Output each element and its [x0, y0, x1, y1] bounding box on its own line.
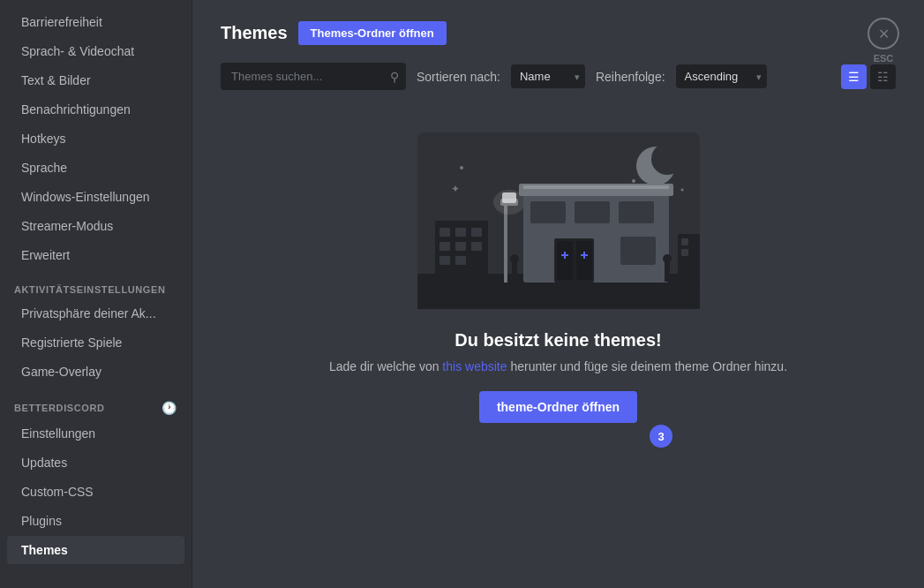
esc-button[interactable]: ✕ ESC — [868, 18, 899, 64]
svg-rect-33 — [583, 252, 585, 259]
svg-rect-31 — [564, 252, 566, 259]
sidebar-item-privatsphare[interactable]: Privatsphäre deiner Ak... — [7, 299, 184, 328]
sidebar-item-themes[interactable]: Themes — [7, 536, 184, 564]
sidebar-item-windows-einstellungen[interactable]: Windows-Einstellungen — [7, 183, 184, 211]
esc-circle: ✕ — [868, 18, 899, 49]
svg-rect-13 — [455, 242, 466, 251]
history-icon[interactable]: 🕐 — [162, 401, 177, 415]
grid-view-button[interactable]: ☷ — [870, 64, 896, 89]
sidebar-item-text-bilder[interactable]: Text & Bilder — [7, 66, 184, 94]
sort-select[interactable]: Name Modified Created — [511, 64, 585, 88]
svg-rect-26 — [619, 201, 654, 223]
order-label: Reihenfolge: — [596, 70, 665, 84]
order-select[interactable]: Ascending Descending — [676, 64, 767, 88]
sidebar-item-sprache[interactable]: Sprache — [7, 154, 184, 182]
empty-illustration: ✦ — [417, 132, 700, 309]
sidebar-item-game-overlay[interactable]: Game-Overlay — [7, 358, 184, 386]
sidebar-item-hotkeys[interactable]: Hotkeys — [7, 124, 184, 153]
main-content: ✕ ESC Themes Themes-Ordner öffnen ⚲ Sort… — [192, 0, 924, 588]
esc-label: ESC — [874, 53, 894, 64]
sidebar-item-updates[interactable]: Updates — [7, 449, 184, 477]
svg-rect-16 — [455, 256, 466, 265]
sidebar-item-einstellungen[interactable]: Einstellungen — [7, 419, 184, 448]
open-theme-folder-wrapper: theme-Ordner öffnen 3 — [479, 391, 637, 423]
order-select-wrapper: Ascending Descending — [676, 64, 767, 88]
sidebar-item-custom-css[interactable]: Custom-CSS — [7, 478, 184, 506]
svg-rect-14 — [471, 242, 482, 251]
svg-rect-34 — [620, 237, 656, 265]
sidebar-item-sprach-videochat[interactable]: Sprach- & Videochat — [7, 37, 184, 65]
svg-rect-24 — [530, 201, 566, 223]
badge-3: 3 — [650, 425, 672, 448]
sidebar-item-barrierefreiheit[interactable]: Barrierefreiheit — [7, 8, 184, 36]
svg-rect-40 — [681, 238, 688, 245]
toolbar: ⚲ Sortieren nach: Name Modified Created … — [221, 63, 896, 90]
svg-rect-39 — [678, 234, 700, 283]
search-wrapper: ⚲ — [221, 63, 406, 90]
sidebar-item-streamer-modus[interactable]: Streamer-Modus — [7, 212, 184, 240]
list-view-button[interactable]: ☰ — [841, 64, 867, 89]
svg-rect-35 — [512, 262, 517, 282]
empty-description: Lade dir welche von this website herunte… — [329, 359, 787, 373]
svg-rect-10 — [455, 228, 466, 237]
svg-point-3 — [632, 179, 635, 183]
svg-point-5 — [460, 166, 463, 170]
empty-state: ✦ — [221, 115, 896, 423]
view-buttons: ☰ ☷ — [841, 64, 896, 89]
svg-rect-25 — [575, 201, 610, 223]
open-themes-folder-button[interactable]: Themes-Ordner öffnen — [298, 21, 447, 45]
section-aktivitat: AKTIVITÄTSEINSTELLUNGEN — [0, 270, 192, 298]
svg-point-2 — [651, 143, 683, 175]
svg-rect-23 — [523, 185, 669, 189]
sidebar-item-registrierte-spiele[interactable]: Registrierte Spiele — [7, 328, 184, 357]
this-website-link[interactable]: this website — [442, 359, 507, 373]
svg-rect-20 — [502, 192, 516, 203]
svg-rect-37 — [665, 262, 670, 282]
svg-rect-28 — [557, 241, 573, 280]
svg-rect-11 — [471, 228, 482, 237]
empty-title: Du besitzt keine themes! — [454, 330, 662, 351]
sidebar-item-plugins[interactable]: Plugins 2 — [7, 507, 184, 535]
svg-rect-17 — [504, 203, 507, 283]
open-theme-folder-button[interactable]: theme-Ordner öffnen — [479, 391, 637, 423]
svg-rect-15 — [439, 256, 450, 265]
svg-text:✦: ✦ — [451, 183, 460, 195]
svg-point-4 — [680, 189, 683, 192]
section-betterdiscord: BETTERDISCORD 🕐 — [0, 387, 192, 418]
svg-point-36 — [510, 254, 519, 263]
sort-label: Sortieren nach: — [417, 70, 500, 84]
search-input[interactable] — [221, 63, 406, 90]
svg-rect-12 — [439, 242, 450, 251]
sidebar-item-benachrichtigungen[interactable]: Benachrichtigungen — [7, 95, 184, 124]
search-icon: ⚲ — [390, 70, 399, 84]
page-title: Themes — [221, 23, 288, 43]
svg-rect-9 — [439, 228, 450, 237]
svg-point-38 — [663, 254, 672, 263]
sidebar: Barrierefreiheit Sprach- & Videochat Tex… — [0, 0, 192, 588]
page-header: Themes Themes-Ordner öffnen — [221, 21, 896, 45]
svg-rect-29 — [576, 241, 592, 280]
svg-rect-41 — [681, 249, 688, 256]
sort-select-wrapper: Name Modified Created — [511, 64, 585, 88]
sidebar-item-erweitert[interactable]: Erweitert — [7, 241, 184, 269]
